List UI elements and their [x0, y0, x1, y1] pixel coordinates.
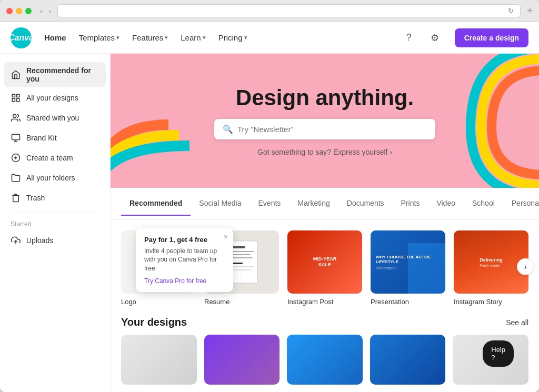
design-card-3[interactable]	[287, 335, 363, 385]
home-icon	[11, 69, 21, 80]
sidebar-divider	[11, 213, 99, 213]
top-nav: Canva Home Templates ▾ Features ▾ Learn …	[0, 22, 539, 54]
features-chevron-icon: ▾	[165, 34, 168, 41]
popup-close-button[interactable]: ×	[224, 233, 228, 241]
folder-icon	[11, 173, 21, 183]
minimize-traffic-light[interactable]	[16, 8, 22, 14]
tab-video[interactable]: Video	[428, 192, 464, 216]
svg-rect-3	[12, 99, 15, 102]
team-icon	[11, 153, 21, 163]
svg-rect-2	[17, 99, 19, 102]
popup-title: Pay for 1, get 4 free	[144, 236, 225, 244]
rainbow-right-decoration	[439, 54, 539, 188]
fullscreen-traffic-light[interactable]	[25, 8, 32, 14]
learn-chevron-icon: ▾	[203, 34, 206, 41]
sidebar-label-trash: Trash	[26, 194, 45, 202]
tab-school[interactable]: School	[464, 192, 503, 216]
template-thumb-presentation: WHY CHOOSE THE ACTIVE LIFESTYLE Presenta…	[371, 230, 445, 294]
sidebar-item-recommended[interactable]: Recommended for you	[4, 62, 106, 87]
tab-recommended[interactable]: Recommended	[121, 192, 191, 216]
sidebar-label-uploads: Uploads	[26, 236, 53, 245]
template-name-presentation: Presentation	[371, 298, 445, 306]
url-bar[interactable]: ↻	[57, 4, 521, 17]
template-name-logo: Logo	[121, 298, 196, 306]
tabs-list: Recommended Social Media Events Marketin…	[121, 188, 528, 219]
search-input[interactable]	[237, 125, 427, 134]
template-name-instagram-story: Instagram Story	[454, 298, 528, 306]
your-designs-header: Your designs See all	[121, 316, 528, 328]
design-card-2[interactable]	[204, 335, 280, 385]
hero-subtitle[interactable]: Got something to say? Express yourself ›	[257, 148, 392, 156]
close-traffic-light[interactable]	[6, 8, 13, 14]
traffic-lights	[6, 8, 32, 14]
nav-templates[interactable]: Templates ▾	[79, 33, 119, 42]
tab-prints[interactable]: Prints	[393, 192, 428, 216]
sidebar-item-trash[interactable]: Trash	[4, 188, 106, 207]
back-button[interactable]: ‹	[38, 6, 45, 16]
app: Canva Home Templates ▾ Features ▾ Learn …	[0, 22, 539, 392]
template-thumb-instagram-post: MID-YEARSALE	[287, 230, 362, 294]
template-card-instagram-post[interactable]: MID-YEARSALE Instagram Post	[287, 230, 362, 306]
browser-chrome: ‹ › ↻ +	[0, 0, 539, 22]
template-card-presentation[interactable]: WHY CHOOSE THE ACTIVE LIFESTYLE Presenta…	[371, 230, 445, 306]
hero-title: Design anything.	[236, 85, 414, 110]
help-button[interactable]: Help ?	[483, 340, 514, 367]
template-thumb-instagram-story: Delivering Fresh meals	[454, 230, 528, 294]
trash-icon	[11, 193, 21, 203]
grid-icon	[11, 93, 21, 103]
tab-marketing[interactable]: Marketing	[289, 192, 338, 216]
search-icon: 🔍	[223, 124, 233, 134]
help-icon-button[interactable]: ?	[403, 29, 415, 46]
pricing-chevron-icon: ▾	[244, 34, 247, 41]
upload-icon	[11, 235, 21, 246]
hero-search-bar[interactable]: 🔍	[214, 119, 435, 139]
sidebar-label-folders: All your folders	[26, 174, 75, 182]
tab-events[interactable]: Events	[250, 192, 290, 216]
your-designs-title: Your designs	[121, 316, 187, 328]
sidebar-label-shared: Shared with you	[26, 114, 79, 122]
your-designs-section: Your designs See all	[111, 316, 539, 392]
tab-personal[interactable]: Personal	[503, 192, 539, 216]
category-tabs: Recommended Social Media Events Marketin…	[111, 188, 539, 220]
reload-icon[interactable]: ↻	[508, 7, 514, 15]
nav-pricing[interactable]: Pricing ▾	[218, 33, 247, 42]
create-design-button[interactable]: Create a design	[455, 28, 528, 47]
sidebar: Recommended for you All your designs Sha…	[0, 54, 111, 392]
settings-icon-button[interactable]: ⚙	[427, 29, 442, 47]
design-card-4[interactable]	[370, 335, 446, 385]
templates-chevron-icon: ▾	[116, 34, 119, 41]
sidebar-item-folders[interactable]: All your folders	[4, 168, 106, 187]
new-tab-button[interactable]: +	[527, 5, 533, 16]
nav-home[interactable]: Home	[44, 33, 66, 42]
see-all-link[interactable]: See all	[506, 318, 528, 327]
svg-rect-0	[12, 94, 15, 97]
forward-button[interactable]: ›	[47, 6, 54, 16]
sidebar-item-uploads[interactable]: Uploads	[4, 231, 106, 250]
tab-documents[interactable]: Documents	[338, 192, 393, 216]
popup-cta-link[interactable]: Try Canva Pro for free	[144, 277, 225, 285]
popup-text: Invite 4 people to team up with you on C…	[144, 247, 225, 273]
nav-learn[interactable]: Learn ▾	[181, 33, 205, 42]
rainbow-left-decoration	[111, 83, 211, 188]
hero-banner: Design anything. 🔍 Got something to say?…	[111, 54, 539, 188]
sidebar-label-recommended: Recommended for you	[26, 66, 99, 83]
template-name-instagram-post: Instagram Post	[287, 298, 362, 306]
design-card-1[interactable]	[121, 335, 197, 385]
sidebar-item-shared[interactable]: Shared with you	[4, 108, 106, 127]
starred-label: Starred	[4, 218, 106, 230]
sidebar-item-all-designs[interactable]: All your designs	[4, 88, 106, 107]
sidebar-item-brand[interactable]: Brand Kit	[4, 128, 106, 147]
nav-features[interactable]: Features ▾	[132, 33, 168, 42]
carousel-next-button[interactable]: ›	[517, 258, 534, 275]
sidebar-label-brand: Brand Kit	[26, 134, 57, 142]
users-icon	[11, 113, 21, 123]
svg-rect-1	[17, 94, 19, 97]
tab-social-media[interactable]: Social Media	[191, 192, 249, 216]
sidebar-label-all-designs: All your designs	[26, 94, 78, 102]
sidebar-label-create-team: Create a team	[26, 154, 73, 162]
svg-point-4	[13, 114, 16, 117]
canva-logo[interactable]: Canva	[11, 27, 32, 48]
browser-nav-arrows: ‹ ›	[38, 6, 53, 16]
template-name-resume: Resume	[204, 298, 279, 306]
sidebar-item-create-team[interactable]: Create a team	[4, 148, 106, 167]
